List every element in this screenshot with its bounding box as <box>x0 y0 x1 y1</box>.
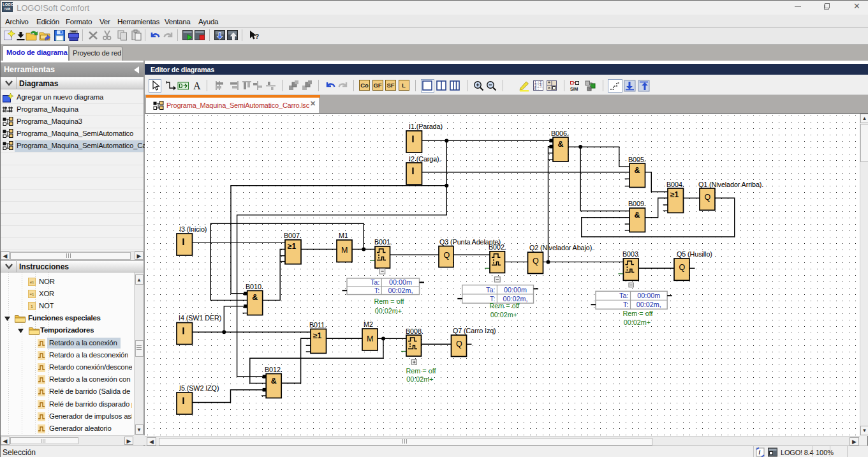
svg-text:M: M <box>341 246 348 255</box>
svg-text:B007.: B007. <box>284 232 302 239</box>
svg-text:M2: M2 <box>364 320 373 328</box>
svg-text:&: & <box>635 166 640 175</box>
svg-text:B009.: B009. <box>628 200 646 207</box>
svg-text:≥1: ≥1 <box>670 190 679 199</box>
svg-text:Rem = off: Rem = off <box>406 367 437 375</box>
svg-text:I3 (Inicio): I3 (Inicio) <box>179 225 207 233</box>
svg-text:I1 (Parada): I1 (Parada) <box>409 123 443 130</box>
svg-text:Ta:: Ta: <box>371 278 379 286</box>
svg-text:≥1: ≥1 <box>288 242 297 251</box>
svg-text:Rem = off: Rem = off <box>374 297 405 305</box>
svg-text:00:02m+: 00:02m+ <box>490 311 517 318</box>
svg-text:Q: Q <box>456 340 462 348</box>
svg-text:&: & <box>252 293 258 302</box>
svg-text:T:: T: <box>374 287 379 294</box>
svg-text:B004.: B004. <box>666 181 684 188</box>
svg-text:00:02m,: 00:02m, <box>388 287 413 294</box>
svg-text:00:02m+: 00:02m+ <box>406 375 433 383</box>
svg-text:00:00m: 00:00m <box>389 278 412 286</box>
svg-text:I4 (SW1 DER): I4 (SW1 DER) <box>179 314 221 322</box>
svg-text:&: & <box>558 140 564 149</box>
svg-text:B005.: B005. <box>628 156 646 163</box>
svg-text:00:00m: 00:00m <box>504 286 527 294</box>
svg-text:00:02m+: 00:02m+ <box>624 318 651 326</box>
svg-text:Rem = off: Rem = off <box>490 302 520 310</box>
svg-text:B012.: B012. <box>265 366 283 373</box>
svg-text:Q5 (Husillo): Q5 (Husillo) <box>677 250 712 258</box>
svg-text:&: & <box>271 377 277 386</box>
svg-text:Q1 (Nivelador Arriba).: Q1 (Nivelador Arriba). <box>698 181 763 188</box>
svg-text:Q: Q <box>533 257 539 266</box>
svg-text:Q: Q <box>705 193 711 202</box>
svg-text:Rem = off: Rem = off <box>623 310 654 317</box>
svg-text:00:00m: 00:00m <box>637 292 660 299</box>
svg-text:≥1: ≥1 <box>313 331 322 340</box>
svg-text:Q: Q <box>679 263 686 272</box>
svg-text:Q2 (Nivelador Abajo).: Q2 (Nivelador Abajo). <box>529 244 594 251</box>
svg-text:M1: M1 <box>339 232 348 239</box>
svg-text:B003: B003 <box>622 250 638 258</box>
svg-text:Q7 (Carro Izq): Q7 (Carro Izq) <box>453 327 496 334</box>
svg-text:B001.: B001. <box>374 238 392 246</box>
svg-text:I5 (SW2 IZQ): I5 (SW2 IZQ) <box>179 384 219 392</box>
svg-text:Q: Q <box>444 251 450 260</box>
svg-text:i: i <box>759 449 761 456</box>
svg-text:Ta:: Ta: <box>619 292 628 299</box>
svg-text:B011.: B011. <box>309 321 327 329</box>
svg-text:M: M <box>367 334 373 343</box>
svg-text:00:02m+: 00:02m+ <box>375 307 402 315</box>
svg-text:B002.: B002. <box>489 243 506 251</box>
svg-text:B010.: B010. <box>246 283 263 290</box>
svg-text:00:02m,: 00:02m, <box>636 301 661 308</box>
svg-text:?: ? <box>255 33 259 40</box>
svg-text:4: 4 <box>540 84 541 87</box>
svg-text:A: A <box>193 80 201 91</box>
svg-text:B006.: B006. <box>551 130 569 137</box>
svg-text:SIM: SIM <box>570 87 578 91</box>
svg-text:T:: T: <box>623 301 628 308</box>
svg-text:B008.: B008. <box>406 327 423 335</box>
svg-text:Ta:: Ta: <box>486 286 495 294</box>
svg-text:I2 (Carga).: I2 (Carga). <box>409 155 441 163</box>
svg-text:&: & <box>635 211 640 220</box>
svg-text:5: 5 <box>534 87 536 91</box>
